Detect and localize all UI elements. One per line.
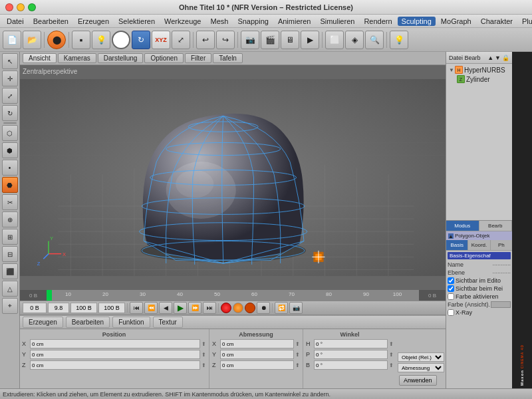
color-enable-checkbox[interactable] bbox=[448, 293, 454, 300]
lt-move[interactable]: ✛ bbox=[2, 70, 18, 86]
select1[interactable]: ⬜ bbox=[325, 31, 344, 49]
render-button[interactable]: 🎬 bbox=[261, 31, 279, 49]
play-back-button[interactable]: ◀ bbox=[159, 302, 172, 314]
tab-ansicht[interactable]: Ansicht bbox=[23, 53, 57, 63]
lt-active-tool[interactable]: ⬣ bbox=[2, 177, 18, 193]
size-x-stepper[interactable]: ⬆ bbox=[295, 341, 300, 347]
loop-button[interactable]: 🔁 bbox=[275, 302, 288, 314]
tab-koord[interactable]: Koord. bbox=[468, 240, 490, 250]
tab-basis[interactable]: Basis bbox=[446, 240, 468, 250]
goto-end-button[interactable]: ⏭ bbox=[203, 302, 216, 314]
undo-button[interactable]: ↩ bbox=[196, 31, 215, 49]
frame-end-input[interactable] bbox=[70, 303, 97, 313]
lt-tool2[interactable]: ⊞ bbox=[2, 229, 18, 245]
select3[interactable]: 🔍 bbox=[365, 31, 384, 49]
size-mode-select[interactable]: Abmessung bbox=[398, 363, 444, 372]
angle-b-stepper[interactable]: ⬆ bbox=[389, 362, 394, 368]
lt-rotate[interactable]: ↻ bbox=[2, 105, 18, 121]
pos-y-input[interactable] bbox=[30, 350, 200, 359]
size-z-stepper[interactable]: ⬆ bbox=[295, 362, 300, 368]
tab-ph[interactable]: Ph bbox=[491, 240, 512, 250]
apply-button[interactable]: Anwenden bbox=[399, 375, 437, 386]
light-icon[interactable]: 💡 bbox=[390, 31, 408, 49]
rotate-tool[interactable]: ↻ bbox=[132, 31, 150, 49]
minimize-button[interactable] bbox=[17, 3, 25, 11]
close-button[interactable] bbox=[5, 3, 13, 11]
angle-h-stepper[interactable]: ⬆ bbox=[389, 341, 394, 347]
angle-b-input[interactable] bbox=[314, 360, 388, 370]
lt-select[interactable]: ↖ bbox=[2, 53, 18, 69]
size-x-input[interactable] bbox=[220, 339, 294, 348]
color-swatch[interactable] bbox=[491, 301, 511, 308]
select2[interactable]: ◈ bbox=[345, 31, 364, 49]
size-y-stepper[interactable]: ⬆ bbox=[295, 352, 300, 358]
xyz-toggle[interactable]: XYZ bbox=[152, 31, 170, 49]
xray-checkbox[interactable] bbox=[448, 309, 454, 316]
tab-optionen[interactable]: Optionen bbox=[144, 53, 184, 63]
size-y-input[interactable] bbox=[220, 350, 294, 359]
3d-viewport[interactable]: Zentralperspektive bbox=[20, 65, 446, 290]
new-button[interactable]: 📄 bbox=[3, 31, 21, 49]
obj-arrow-down[interactable]: ▼ bbox=[495, 55, 501, 61]
visible-render-checkbox[interactable] bbox=[448, 285, 454, 292]
lt-extrude[interactable]: ⊕ bbox=[2, 211, 18, 227]
obj-arrow-up[interactable]: ▲ bbox=[487, 55, 493, 61]
next-frame-button[interactable]: ⏩ bbox=[188, 302, 201, 314]
scale-tool[interactable]: ⤢ bbox=[172, 31, 190, 49]
record-button[interactable] bbox=[221, 303, 231, 313]
lt-tool6[interactable]: ⌖ bbox=[2, 298, 18, 314]
visible-editor-checkbox[interactable] bbox=[448, 277, 454, 284]
tab-erzeugen[interactable]: Erzeugen bbox=[23, 317, 63, 328]
lt-tool3[interactable]: ⊟ bbox=[2, 246, 18, 262]
maximize-button[interactable] bbox=[28, 3, 36, 11]
lt-tool4[interactable]: ⬛ bbox=[2, 263, 18, 279]
prev-frame-button[interactable]: ⏪ bbox=[144, 302, 158, 314]
timeline-track[interactable]: 10 20 30 40 50 60 70 80 90 100 bbox=[47, 290, 419, 301]
autokey-button[interactable]: ⏺ bbox=[257, 302, 270, 314]
menu-mesh[interactable]: Mesh bbox=[206, 17, 232, 26]
angle-h-input[interactable] bbox=[314, 339, 388, 348]
menu-rendern[interactable]: Rendern bbox=[360, 17, 396, 26]
tab-modus[interactable]: Modus bbox=[446, 221, 479, 231]
camera-anim-button[interactable]: 📷 bbox=[289, 302, 303, 314]
angle-p-input[interactable] bbox=[314, 350, 388, 359]
menu-snapping[interactable]: Snapping bbox=[233, 17, 273, 26]
tree-item-hypernurbs[interactable]: ▼ H HyperNURBS bbox=[448, 65, 511, 74]
tab-bearb[interactable]: Bearb bbox=[479, 221, 513, 231]
render2-button[interactable]: 🖥 bbox=[281, 31, 299, 49]
open-button[interactable]: 📂 bbox=[23, 31, 41, 49]
frame-current-input[interactable] bbox=[48, 303, 69, 313]
menu-datei[interactable]: Datei bbox=[3, 17, 28, 26]
frame-max-input[interactable] bbox=[98, 303, 125, 313]
lt-knife[interactable]: ✂ bbox=[2, 194, 18, 210]
lt-scale[interactable]: ⤢ bbox=[2, 88, 18, 104]
angle-p-stepper[interactable]: ⬆ bbox=[389, 352, 394, 358]
record2-button[interactable] bbox=[233, 303, 243, 313]
tab-textur[interactable]: Textur bbox=[153, 317, 183, 328]
menu-mograph[interactable]: MoGraph bbox=[437, 17, 475, 26]
menu-plugins[interactable]: Plug-ins bbox=[518, 17, 532, 26]
menu-simulieren[interactable]: Simulieren bbox=[316, 17, 358, 26]
coord-mode-select[interactable]: Objekt (Rel.) Welt bbox=[398, 352, 444, 362]
lt-edge[interactable]: ⬢ bbox=[2, 142, 18, 158]
pos-y-stepper[interactable]: ⬆ bbox=[201, 352, 206, 358]
lt-poly[interactable]: ⬡ bbox=[2, 125, 18, 141]
record3-button[interactable] bbox=[245, 303, 255, 313]
cube-tool[interactable]: ▪ bbox=[72, 31, 90, 49]
tab-funktion[interactable]: Funktion bbox=[112, 317, 150, 328]
pos-x-stepper[interactable]: ⬆ bbox=[201, 341, 206, 347]
pos-z-input[interactable] bbox=[30, 360, 200, 370]
size-z-input[interactable] bbox=[220, 360, 294, 370]
tab-filter[interactable]: Filter bbox=[185, 53, 211, 63]
lt-point[interactable]: • bbox=[2, 160, 18, 176]
tab-kameras[interactable]: Kameras bbox=[58, 53, 96, 63]
menu-selektieren[interactable]: Selektieren bbox=[114, 17, 159, 26]
tab-bearbeiten[interactable]: Bearbeiten bbox=[66, 317, 110, 328]
play-button[interactable]: ▶ bbox=[174, 302, 187, 314]
goto-start-button[interactable]: ⏮ bbox=[130, 302, 143, 314]
pos-x-input[interactable] bbox=[30, 339, 200, 348]
render3-button[interactable]: ▶ bbox=[301, 31, 319, 49]
camera-button[interactable]: 📷 bbox=[241, 31, 259, 49]
light-tool[interactable]: 💡 bbox=[92, 31, 110, 49]
frame-start-input[interactable] bbox=[23, 303, 47, 313]
